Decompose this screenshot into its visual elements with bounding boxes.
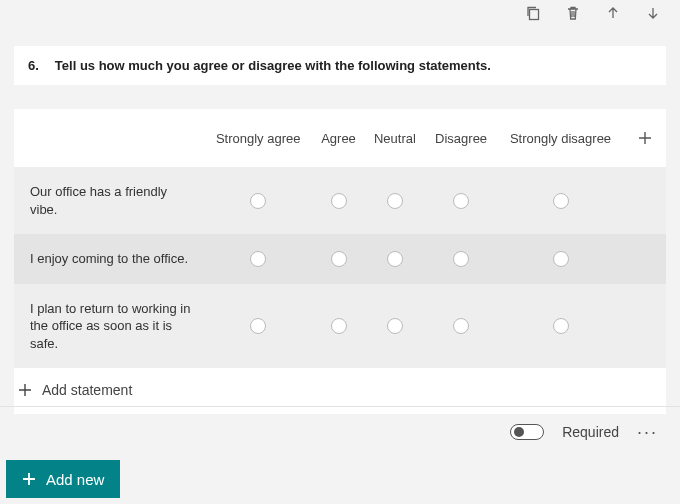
question-header[interactable]: 6. Tell us how much you agree or disagre… bbox=[14, 46, 666, 85]
more-options-icon[interactable]: ··· bbox=[637, 427, 658, 437]
likert-radio[interactable] bbox=[387, 318, 403, 334]
add-statement-label: Add statement bbox=[42, 382, 132, 398]
likert-radio[interactable] bbox=[250, 251, 266, 267]
likert-col-header[interactable]: Neutral bbox=[365, 109, 425, 167]
likert-radio[interactable] bbox=[250, 193, 266, 209]
move-down-icon[interactable] bbox=[644, 4, 662, 22]
likert-col-header[interactable]: Disagree bbox=[425, 109, 497, 167]
delete-icon[interactable] bbox=[564, 4, 582, 22]
likert-radio[interactable] bbox=[387, 193, 403, 209]
plus-icon bbox=[18, 383, 32, 397]
likert-statement[interactable]: I plan to return to working in the offic… bbox=[14, 284, 204, 369]
likert-row: I enjoy coming to the office. bbox=[14, 234, 666, 284]
svg-rect-0 bbox=[530, 10, 539, 20]
plus-icon bbox=[22, 472, 36, 486]
required-toggle[interactable] bbox=[510, 424, 544, 440]
question-text: Tell us how much you agree or disagree w… bbox=[55, 58, 491, 73]
add-new-button[interactable]: Add new bbox=[6, 460, 120, 498]
copy-icon[interactable] bbox=[524, 4, 542, 22]
likert-radio[interactable] bbox=[553, 193, 569, 209]
likert-radio[interactable] bbox=[553, 318, 569, 334]
likert-statement[interactable]: I enjoy coming to the office. bbox=[14, 234, 204, 284]
question-toolbar bbox=[524, 4, 662, 22]
question-footer: Required ··· bbox=[510, 424, 658, 440]
likert-radio[interactable] bbox=[453, 251, 469, 267]
add-new-label: Add new bbox=[46, 471, 104, 488]
likert-card: Strongly agree Agree Neutral Disagree St… bbox=[14, 109, 666, 414]
add-statement-button[interactable]: Add statement bbox=[14, 368, 666, 414]
likert-radio[interactable] bbox=[250, 318, 266, 334]
likert-radio[interactable] bbox=[553, 251, 569, 267]
question-number: 6. bbox=[28, 58, 39, 73]
likert-radio[interactable] bbox=[387, 251, 403, 267]
divider bbox=[0, 406, 680, 407]
likert-table: Strongly agree Agree Neutral Disagree St… bbox=[14, 109, 666, 368]
add-column-button[interactable] bbox=[634, 127, 656, 149]
question-block: 6. Tell us how much you agree or disagre… bbox=[14, 46, 666, 414]
likert-row: Our office has a friendly vibe. bbox=[14, 167, 666, 234]
likert-row: I plan to return to working in the offic… bbox=[14, 284, 666, 369]
likert-radio[interactable] bbox=[331, 193, 347, 209]
likert-radio[interactable] bbox=[331, 251, 347, 267]
likert-radio[interactable] bbox=[453, 318, 469, 334]
required-label: Required bbox=[562, 424, 619, 440]
likert-radio[interactable] bbox=[453, 193, 469, 209]
likert-statement[interactable]: Our office has a friendly vibe. bbox=[14, 167, 204, 234]
move-up-icon[interactable] bbox=[604, 4, 622, 22]
likert-col-header[interactable]: Strongly agree bbox=[204, 109, 312, 167]
likert-col-header[interactable]: Agree bbox=[312, 109, 364, 167]
likert-col-header[interactable]: Strongly disagree bbox=[497, 109, 624, 167]
likert-radio[interactable] bbox=[331, 318, 347, 334]
